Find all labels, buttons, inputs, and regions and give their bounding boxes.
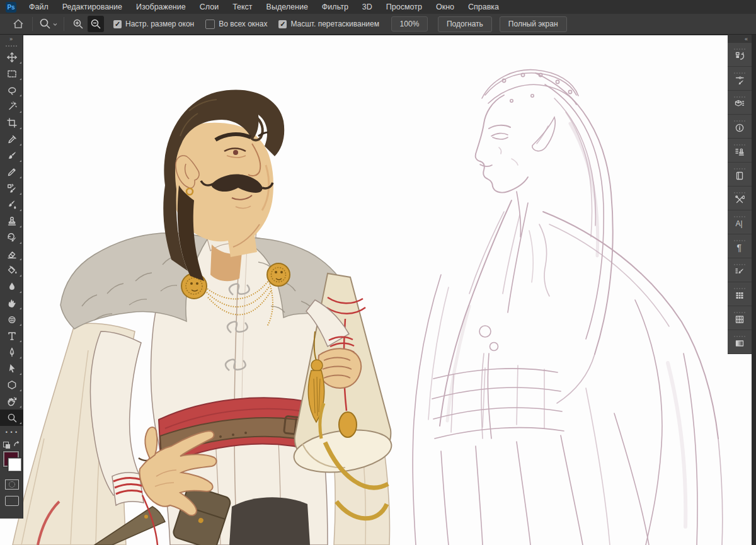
panel-info[interactable] — [728, 115, 752, 138]
history-brush-tool[interactable] — [0, 229, 23, 246]
svg-text:A|: A| — [736, 219, 743, 228]
panel-character[interactable]: A| — [728, 210, 752, 234]
move-tool[interactable] — [0, 49, 23, 66]
expand-toolbar-button[interactable]: » — [0, 35, 23, 43]
eyedropper-tool[interactable] — [0, 131, 23, 147]
menu-window[interactable]: Окно — [429, 0, 461, 14]
crop-tool[interactable] — [0, 115, 23, 131]
zoom-icon — [6, 412, 18, 423]
clone-stamp-tool[interactable] — [0, 213, 23, 229]
panel-clone-source[interactable] — [728, 139, 752, 162]
resize-windows-option[interactable]: ✓ Настр. размер окон — [113, 20, 194, 28]
color-replacement-tool[interactable] — [0, 180, 23, 197]
eraser-tool[interactable] — [0, 246, 23, 262]
magic-wand-icon — [6, 101, 18, 112]
svg-text:¶: ¶ — [737, 243, 742, 253]
brush-icon — [6, 150, 18, 161]
pencil-tool[interactable] — [0, 164, 23, 180]
zoom-tool-preset[interactable] — [38, 16, 58, 32]
blur-tool[interactable] — [0, 278, 23, 295]
panel-brushes[interactable] — [728, 258, 752, 282]
document-window[interactable] — [0, 34, 752, 545]
sponge-tool[interactable] — [0, 311, 23, 328]
artwork-canvas[interactable] — [0, 35, 752, 545]
background-color-swatch[interactable] — [8, 458, 21, 471]
menu-help[interactable]: Справка — [461, 0, 506, 14]
resize-windows-checkbox[interactable]: ✓ — [113, 20, 122, 28]
screen-mode-button[interactable] — [0, 493, 23, 509]
all-windows-option[interactable]: Во всех окнах — [205, 20, 267, 29]
scrubby-zoom-option[interactable]: ✓ Масшт. перетаскиванием — [278, 20, 379, 28]
menu-file[interactable]: Файл — [22, 0, 55, 14]
smudge-icon — [6, 297, 18, 309]
cube-3d-icon — [735, 99, 745, 109]
type-tool[interactable] — [0, 328, 23, 344]
zoom-out-button[interactable] — [88, 16, 104, 32]
sponge-icon — [6, 314, 18, 325]
menu-view[interactable]: Просмотр — [379, 0, 429, 14]
shape-tool[interactable] — [0, 377, 23, 393]
paint-bucket-tool[interactable] — [0, 262, 23, 278]
menu-filter[interactable]: Фильтр — [315, 0, 355, 14]
panel-3d[interactable] — [728, 91, 752, 114]
crop-icon — [6, 117, 18, 129]
separator — [64, 17, 64, 31]
menu-bar: Ps Файл Редактирование Изображение Слои … — [0, 0, 756, 14]
menu-type[interactable]: Текст — [226, 0, 259, 14]
pen-tool[interactable] — [0, 344, 23, 360]
menu-select[interactable]: Выделение — [260, 0, 315, 14]
photoshop-logo[interactable]: Ps — [6, 2, 16, 13]
path-selection-tool[interactable] — [0, 360, 23, 377]
menu-layers[interactable]: Слои — [193, 0, 226, 14]
home-button[interactable] — [10, 16, 26, 32]
all-windows-label: Во всех окнах — [219, 20, 267, 28]
zoom-level-field[interactable]: 100% — [391, 16, 428, 32]
edit-toolbar-button[interactable]: • • • — [0, 426, 23, 439]
default-swap-colors[interactable] — [0, 439, 23, 450]
panel-history[interactable] — [728, 43, 752, 66]
panel-paragraph[interactable]: ¶ — [728, 234, 752, 258]
hand-tool[interactable] — [0, 393, 23, 410]
zoom-level-value: 100% — [400, 20, 420, 28]
panel-grip — [734, 120, 745, 122]
screen-mode-icon — [5, 496, 19, 506]
panel-swatches[interactable] — [728, 282, 752, 306]
collapse-dock-button[interactable]: « — [728, 35, 752, 43]
menu-image[interactable]: Изображение — [129, 0, 193, 14]
swap-colors-icon — [13, 440, 20, 448]
magic-wand-tool[interactable] — [0, 98, 23, 115]
options-bar: ✓ Настр. размер окон Во всех окнах ✓ Мас… — [0, 14, 756, 35]
fit-screen-button[interactable]: Подогнать — [438, 16, 492, 32]
blur-icon — [6, 281, 18, 292]
hexagon-shape-icon — [6, 379, 18, 391]
zoom-in-button[interactable] — [70, 16, 86, 32]
panel-gradients[interactable] — [728, 330, 752, 353]
smudge-tool[interactable] — [0, 295, 23, 311]
quick-mask-button[interactable] — [0, 476, 23, 493]
swatches-grid-icon — [735, 290, 745, 301]
panel-brush-settings[interactable] — [728, 67, 752, 90]
panel-dock: « A| ¶ — [728, 35, 752, 354]
lasso-tool[interactable] — [0, 82, 23, 98]
mixer-brush-tool[interactable] — [0, 197, 23, 213]
panel-grip — [734, 240, 745, 241]
full-screen-button[interactable]: Полный экран — [500, 16, 567, 32]
rectangular-marquee-tool[interactable] — [0, 66, 23, 82]
brush-tool[interactable] — [0, 147, 23, 164]
paint-bucket-icon — [6, 265, 18, 276]
menu-edit[interactable]: Редактирование — [55, 0, 129, 14]
panel-grip — [734, 72, 745, 74]
panel-grip — [734, 312, 745, 313]
chevron-down-icon — [52, 21, 58, 27]
panel-libraries[interactable] — [728, 163, 752, 186]
hand-rotate-icon — [6, 396, 18, 407]
scrubby-zoom-label: Масшт. перетаскиванием — [290, 20, 379, 28]
scrubby-zoom-checkbox[interactable]: ✓ — [278, 20, 287, 28]
panel-tool-presets[interactable] — [728, 186, 752, 210]
panel-patterns[interactable] — [728, 306, 752, 330]
menu-3d[interactable]: 3D — [355, 0, 379, 14]
zoom-tool[interactable] — [0, 410, 23, 426]
toolbar-grip[interactable] — [0, 43, 23, 49]
all-windows-checkbox[interactable] — [205, 20, 215, 29]
history-icon — [735, 51, 745, 61]
